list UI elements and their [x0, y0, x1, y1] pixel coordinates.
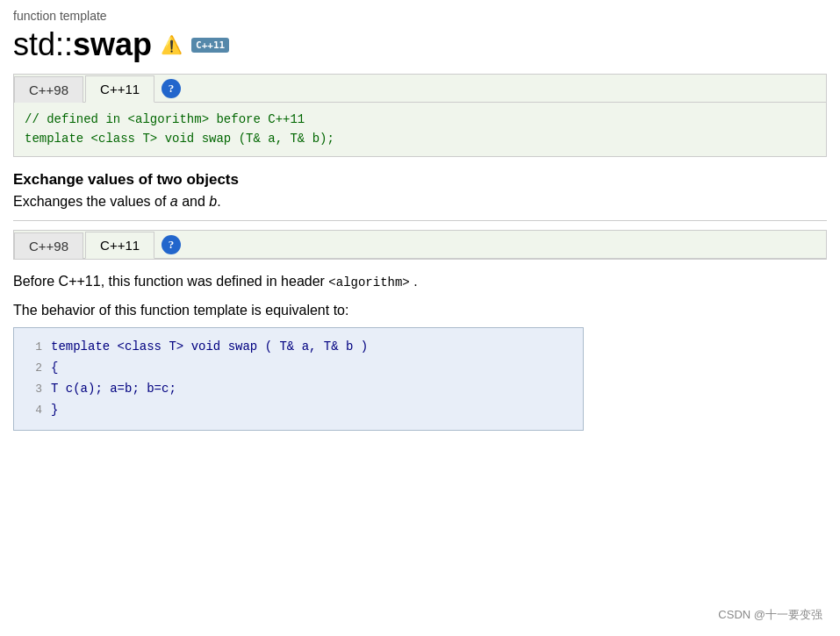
code-line-4: 4 }: [25, 400, 572, 421]
description-body: Exchanges the values of a and b.: [13, 194, 827, 210]
cpp11-badge: C++11: [191, 38, 229, 53]
title-text: std::swap: [13, 26, 152, 63]
description-heading: Exchange values of two objects: [13, 171, 827, 189]
tabs-container-1: C++98 C++11 ? // defined in <algorithm> …: [13, 74, 827, 157]
tabs-header-1: C++98 C++11 ?: [14, 75, 826, 103]
algorithm-code: <algorithm>: [328, 275, 409, 289]
line-num-1: 1: [25, 338, 42, 357]
footer-credit: CSDN @十一要变强: [718, 607, 822, 623]
title-prefix: std::: [13, 26, 73, 62]
main-title: std::swap ⚠️ C++11: [13, 26, 827, 63]
tabs-body-1: // defined in <algorithm> before C++11 t…: [14, 103, 826, 156]
behavior-suffix: .: [413, 274, 417, 289]
desc-suffix: .: [217, 194, 220, 209]
equivalent-text: The behavior of this function template i…: [13, 303, 827, 318]
tabs-container-2: C++98 C++11 ?: [13, 230, 827, 260]
line-num-4: 4: [25, 401, 42, 420]
code-text-1: template <class T> void swap ( T& a, T& …: [51, 337, 368, 358]
code-line-3: 3 T c(a); a=b; b=c;: [25, 379, 572, 400]
code-text-2: {: [51, 358, 58, 379]
line-num-3: 3: [25, 380, 42, 399]
code-line-1: 1 template <class T> void swap ( T& a, T…: [25, 337, 572, 358]
tab1-help-button[interactable]: ?: [162, 79, 181, 98]
behavior-prefix: Before C++11, this function was defined …: [13, 274, 325, 289]
desc-italic-a: a: [170, 194, 178, 209]
desc-italic-b: b: [209, 194, 217, 209]
warning-icon: ⚠️: [161, 34, 183, 55]
tab2-cpp11[interactable]: C++11: [85, 232, 154, 259]
section-description: Exchange values of two objects Exchanges…: [13, 171, 827, 210]
code-text-3: T c(a); a=b; b=c;: [51, 379, 176, 400]
line-num-2: 2: [25, 359, 42, 378]
behavior-line1: Before C++11, this function was defined …: [13, 270, 827, 293]
title-bold: swap: [73, 26, 152, 62]
code-comment: // defined in <algorithm> before C++11: [25, 110, 815, 129]
code-line-2: 2 {: [25, 358, 572, 379]
desc-mid: and: [178, 194, 210, 209]
code-template: template <class T> void swap (T& a, T& b…: [25, 129, 815, 148]
desc-prefix: Exchanges the values of: [13, 194, 170, 209]
divider-1: [13, 220, 827, 221]
code-block: 1 template <class T> void swap ( T& a, T…: [13, 327, 584, 430]
code-text-4: }: [51, 400, 58, 421]
tab2-help-button[interactable]: ?: [162, 235, 181, 254]
tab1-cpp98[interactable]: C++98: [14, 76, 83, 103]
page-subtitle: function template: [13, 9, 827, 23]
tab2-cpp98[interactable]: C++98: [14, 232, 83, 259]
tabs-header-2: C++98 C++11 ?: [14, 231, 826, 259]
tab1-cpp11[interactable]: C++11: [85, 75, 154, 103]
